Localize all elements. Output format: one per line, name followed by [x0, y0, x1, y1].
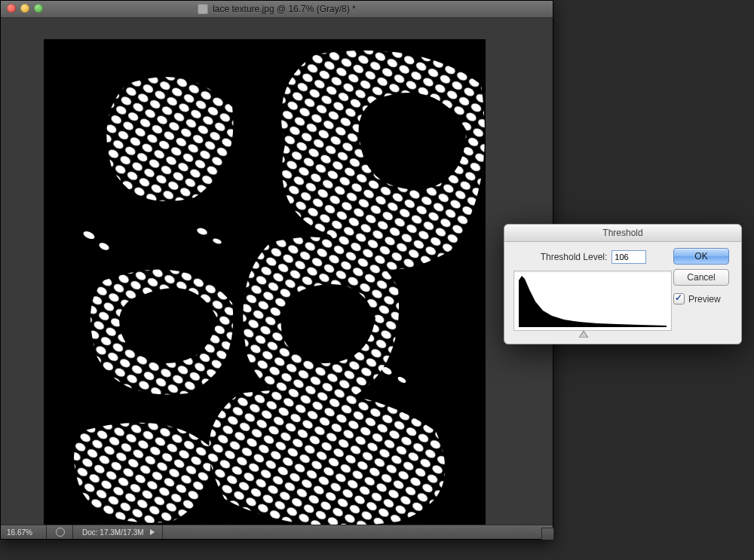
cancel-button-label: Cancel — [687, 272, 715, 283]
doc-info[interactable] — [51, 525, 73, 539]
dialog-body: Threshold Level: OK Cancel — [504, 242, 741, 344]
dialog-titlebar[interactable]: Threshold — [504, 225, 741, 242]
threshold-slider[interactable] — [575, 328, 584, 335]
document-proxy-icon[interactable] — [198, 4, 208, 14]
ok-button[interactable]: OK — [673, 248, 729, 265]
disclosure-icon[interactable] — [150, 529, 155, 535]
canvas-image[interactable] — [44, 39, 486, 525]
doc-size-label: Doc: 17.3M/17.3M — [82, 528, 144, 537]
preview-label: Preview — [688, 294, 721, 304]
window-controls — [7, 4, 43, 13]
close-icon[interactable] — [7, 4, 16, 13]
preview-row: Preview — [673, 293, 721, 304]
threshold-level-input[interactable] — [611, 250, 646, 264]
document-window: lace texture.jpg @ 16.7% (Gray/8) * — [0, 0, 553, 540]
document-titlebar[interactable]: lace texture.jpg @ 16.7% (Gray/8) * — [1, 1, 553, 18]
maximize-icon[interactable] — [34, 4, 43, 13]
document-title: lace texture.jpg @ 16.7% (Gray/8) * — [213, 4, 356, 14]
document-title-wrap: lace texture.jpg @ 16.7% (Gray/8) * — [1, 4, 553, 14]
dialog-right: OK Cancel Preview — [673, 248, 734, 336]
ok-button-label: OK — [694, 251, 707, 262]
dialog-left: Threshold Level: — [513, 248, 673, 336]
resize-corner-icon[interactable] — [541, 528, 553, 540]
cancel-button[interactable]: Cancel — [673, 269, 729, 286]
info-icon — [56, 528, 65, 537]
zoom-level[interactable]: 16.67% — [4, 525, 47, 539]
threshold-level-row: Threshold Level: — [513, 248, 673, 266]
canvas-area[interactable] — [1, 18, 553, 525]
threshold-dialog: Threshold Threshold Level: — [504, 224, 742, 344]
doc-size[interactable]: Doc: 17.3M/17.3M — [78, 525, 163, 539]
histogram[interactable] — [513, 271, 672, 331]
preview-checkbox[interactable] — [673, 293, 685, 304]
threshold-level-label: Threshold Level: — [541, 252, 608, 262]
dialog-title: Threshold — [602, 228, 642, 238]
document-status-bar: 16.67% Doc: 17.3M/17.3M — [1, 525, 553, 539]
minimize-icon[interactable] — [20, 4, 29, 13]
